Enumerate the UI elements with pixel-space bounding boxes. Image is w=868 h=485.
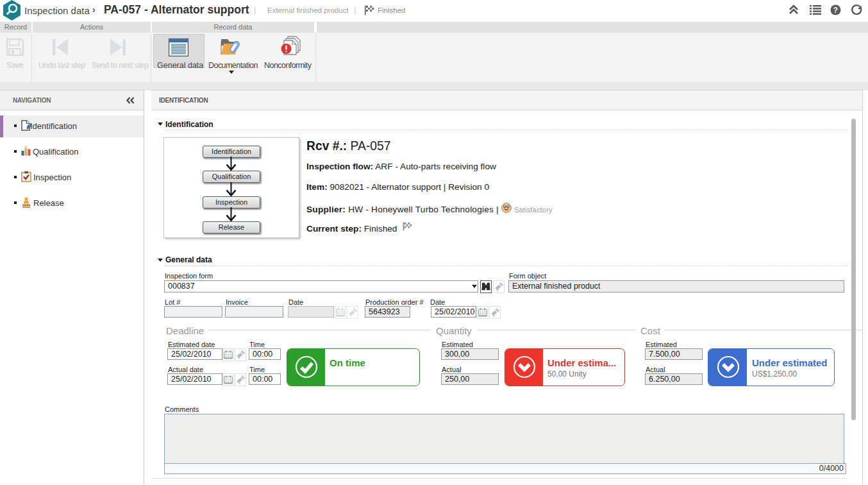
- svg-text:?: ?: [833, 6, 838, 15]
